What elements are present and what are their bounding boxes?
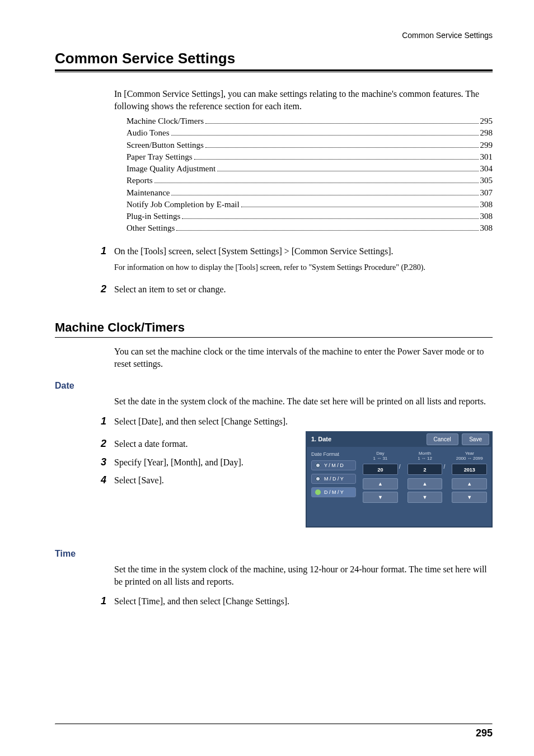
time-intro: Set the time in the system clock of the …: [114, 563, 493, 587]
step-number: 2: [90, 438, 106, 450]
toc-page: 308: [480, 222, 493, 234]
radio-icon: [315, 463, 321, 468]
toc-page: 301: [480, 151, 493, 162]
toc-item: Maintenance307: [127, 187, 493, 198]
toc-label: Maintenance: [127, 187, 170, 198]
save-button[interactable]: Save: [462, 433, 489, 445]
date-format-group: Date Format Y / M / D M / D / Y D / M / …: [311, 451, 357, 505]
toc-leader: [171, 195, 478, 195]
toc-page: 298: [480, 127, 493, 138]
month-down-button[interactable]: ▼: [407, 492, 443, 503]
toc-item: Paper Tray Settings301: [127, 151, 493, 162]
date-format-option-ymd[interactable]: Y / M / D: [311, 460, 356, 470]
step-number: 1: [90, 595, 106, 607]
toc-page: 304: [480, 163, 493, 174]
toc-label: Paper Tray Settings: [127, 151, 193, 162]
year-down-button[interactable]: ▼: [452, 492, 487, 503]
toc-page: 307: [480, 187, 493, 198]
month-column: Month 1 ↔ 12 2 ▲ ▼: [407, 451, 443, 505]
toc-leader: [217, 171, 478, 171]
date-format-label: Date Format: [311, 451, 357, 457]
subsection-title: Machine Clock/Timers: [55, 320, 493, 335]
toc-item: Notify Job Completion by E-mail308: [127, 199, 493, 210]
step-text: Select [Date], and then select [Change S…: [114, 416, 493, 428]
date-format-option-mdy[interactable]: M / D / Y: [311, 474, 356, 484]
toc-label: Image Quality Adjustment: [127, 163, 216, 174]
day-up-button[interactable]: ▲: [363, 478, 398, 489]
day-column: Day 1 ↔ 31 20 ▲ ▼: [363, 451, 398, 505]
panel-body: Date Format Y / M / D M / D / Y D / M / …: [306, 447, 493, 510]
section-rule: [55, 69, 493, 72]
year-value: 2013: [452, 464, 487, 475]
toc-label: Reports: [127, 175, 153, 186]
step-text: Select [Save].: [114, 474, 299, 487]
date-intro: Set the date in the system clock of the …: [114, 395, 493, 408]
radio-icon: [315, 489, 321, 495]
step-body: On the [Tools] screen, select [System Se…: [114, 245, 493, 258]
toc-page: 305: [480, 175, 493, 186]
separator-slash: /: [398, 451, 402, 505]
month-label: Month 1 ↔ 12: [407, 451, 443, 461]
section-title: Common Service Settings: [55, 50, 493, 67]
section-intro: In [Common Service Settings], you can ma…: [114, 88, 493, 112]
radio-label: Y / M / D: [324, 463, 344, 468]
date-format-option-dmy[interactable]: D / M / Y: [311, 487, 356, 497]
toc-leader: [205, 147, 479, 148]
toc-label: Machine Clock/Timers: [127, 115, 204, 127]
toc-item: Audio Tones298: [127, 127, 493, 138]
cancel-button[interactable]: Cancel: [427, 433, 458, 445]
year-up-button[interactable]: ▲: [452, 478, 487, 489]
month-up-button[interactable]: ▲: [407, 478, 443, 489]
toc-item: Plug-in Settings308: [127, 211, 493, 222]
toc-item: Screen/Button Settings299: [127, 139, 493, 151]
toc-leader: [194, 159, 479, 160]
feature-title-date: Date: [55, 381, 493, 391]
step-number: 4: [90, 474, 106, 486]
step-text: Specify [Year], [Month], and [Day].: [114, 456, 299, 469]
subsection-rule: [55, 337, 493, 338]
toc-leader: [182, 218, 478, 219]
step-number: 3: [90, 456, 106, 468]
toc-label: Audio Tones: [127, 127, 170, 138]
toc-leader: [171, 135, 479, 136]
day-down-button[interactable]: ▼: [363, 492, 398, 503]
date-settings-panel: 1. Date Cancel Save Date Format Y / M / …: [306, 431, 493, 528]
toc-page: 308: [480, 199, 493, 210]
toc-label: Plug-in Settings: [127, 211, 180, 222]
step-text: Select a date format.: [114, 438, 299, 450]
toc-label: Other Settings: [127, 222, 175, 234]
toc-page: 308: [480, 211, 493, 222]
toc-list: Machine Clock/Timers295 Audio Tones298 S…: [127, 115, 493, 234]
toc-label: Screen/Button Settings: [127, 139, 204, 151]
day-value: 20: [363, 464, 398, 475]
feature-title-time: Time: [55, 549, 493, 559]
toc-leader: [241, 207, 479, 207]
year-column: Year 2000 ↔ 2099 2013 ▲ ▼: [452, 451, 487, 505]
page-number: 295: [476, 727, 493, 739]
toc-item: Reports305: [127, 175, 493, 186]
step-text: Select [Time], and then select [Change S…: [114, 595, 493, 608]
toc-item: Machine Clock/Timers295: [127, 115, 493, 127]
radio-label: D / M / Y: [324, 489, 344, 495]
toc-page: 295: [480, 115, 493, 127]
toc-leader: [154, 183, 479, 183]
footer-rule: [55, 724, 493, 725]
toc-page: 299: [480, 139, 493, 151]
month-value: 2: [407, 464, 443, 475]
step-text: On the [Tools] screen, select [System Se…: [114, 245, 493, 273]
toc-label: Notify Job Completion by E-mail: [127, 199, 240, 210]
radio-icon: [315, 476, 321, 482]
toc-item: Other Settings308: [127, 222, 493, 234]
toc-leader: [176, 230, 478, 231]
toc-item: Image Quality Adjustment304: [127, 163, 493, 174]
step-number: 1: [90, 245, 106, 257]
step-number: 2: [90, 283, 106, 295]
toc-leader: [205, 123, 478, 124]
separator-slash: /: [442, 451, 446, 505]
subsection-intro: You can set the machine clock or the tim…: [114, 346, 493, 370]
day-label: Day 1 ↔ 31: [363, 451, 398, 461]
step-note: For information on how to display the [T…: [114, 262, 493, 273]
step-number: 1: [90, 416, 106, 427]
year-label: Year 2000 ↔ 2099: [452, 451, 487, 461]
radio-label: M / D / Y: [324, 476, 344, 482]
